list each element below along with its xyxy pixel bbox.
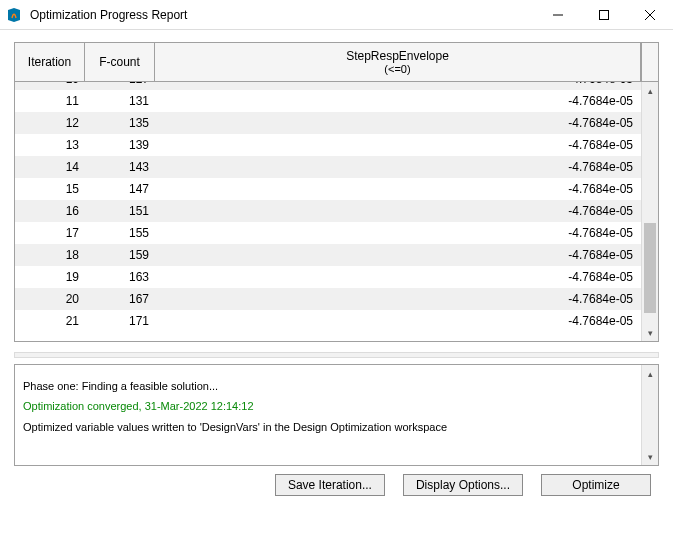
table-row[interactable]: 12135-4.7684e-05 [15, 112, 641, 134]
cell-fcount: 143 [85, 156, 155, 178]
cell-iteration: 21 [15, 310, 85, 332]
scroll-down-icon[interactable]: ▾ [642, 324, 658, 341]
cell-fcount: 163 [85, 266, 155, 288]
cell-iteration: 16 [15, 200, 85, 222]
table-row[interactable]: 19163-4.7684e-05 [15, 266, 641, 288]
cell-envelope: -4.7684e-05 [155, 200, 641, 222]
svg-rect-2 [600, 10, 609, 19]
cell-iteration: 19 [15, 266, 85, 288]
scroll-up-icon[interactable]: ▴ [642, 82, 658, 99]
log-scroll-up-icon[interactable]: ▴ [642, 365, 659, 382]
cell-envelope: -4.7684e-05 [155, 244, 641, 266]
cell-envelope: -4.7684e-05 [155, 288, 641, 310]
log-phase-line: Phase one: Finding a feasible solution..… [23, 379, 633, 393]
log-text[interactable]: Phase one: Finding a feasible solution..… [15, 365, 641, 465]
save-iteration-button[interactable]: Save Iteration... [275, 474, 385, 496]
cell-fcount: 159 [85, 244, 155, 266]
cell-iteration: 15 [15, 178, 85, 200]
table-row[interactable]: 17155-4.7684e-05 [15, 222, 641, 244]
cell-fcount: 167 [85, 288, 155, 310]
cell-fcount: 151 [85, 200, 155, 222]
col-header-envelope-label: StepRespEnvelope [159, 49, 636, 63]
window-title: Optimization Progress Report [30, 8, 535, 22]
table-row[interactable]: 16151-4.7684e-05 [15, 200, 641, 222]
log-vertical-scrollbar[interactable]: ▴ ▾ [641, 365, 658, 465]
col-header-scroll-spacer [641, 43, 658, 81]
cell-envelope: -4.7684e-05 [155, 310, 641, 332]
table-row[interactable]: 15147-4.7684e-05 [15, 178, 641, 200]
log-converged-line: Optimization converged, 31-Mar-2022 12:1… [23, 399, 633, 413]
log-panel: Phase one: Finding a feasible solution..… [14, 364, 659, 466]
cell-fcount: 135 [85, 112, 155, 134]
col-header-fcount[interactable]: F-count [85, 43, 155, 81]
table-body[interactable]: 10127-4.7684e-0511131-4.7684e-0512135-4.… [15, 82, 641, 341]
table-header: Iteration F-count StepRespEnvelope (<=0) [15, 43, 658, 82]
cell-fcount: 147 [85, 178, 155, 200]
log-scroll-down-icon[interactable]: ▾ [642, 448, 659, 465]
cell-envelope: -4.7684e-05 [155, 112, 641, 134]
close-button[interactable] [627, 0, 673, 29]
minimize-button[interactable] [535, 0, 581, 29]
table-row[interactable]: 13139-4.7684e-05 [15, 134, 641, 156]
optimize-button[interactable]: Optimize [541, 474, 651, 496]
button-row: Save Iteration... Display Options... Opt… [6, 470, 667, 502]
col-header-envelope[interactable]: StepRespEnvelope (<=0) [155, 43, 641, 81]
table-row[interactable]: 14143-4.7684e-05 [15, 156, 641, 178]
cell-iteration: 17 [15, 222, 85, 244]
cell-iteration: 12 [15, 112, 85, 134]
cell-fcount: 139 [85, 134, 155, 156]
cell-envelope: -4.7684e-05 [155, 222, 641, 244]
cell-envelope: -4.7684e-05 [155, 178, 641, 200]
cell-iteration: 13 [15, 134, 85, 156]
table-row[interactable]: 18159-4.7684e-05 [15, 244, 641, 266]
table-row[interactable]: 11131-4.7684e-05 [15, 90, 641, 112]
maximize-button[interactable] [581, 0, 627, 29]
cell-envelope: -4.7684e-05 [155, 156, 641, 178]
log-written-line: Optimized variable values written to 'De… [23, 420, 633, 434]
col-header-envelope-sub: (<=0) [159, 63, 636, 75]
cell-fcount: 171 [85, 310, 155, 332]
cell-iteration: 11 [15, 90, 85, 112]
display-options-button[interactable]: Display Options... [403, 474, 523, 496]
cell-envelope: -4.7684e-05 [155, 82, 641, 90]
cell-envelope: -4.7684e-05 [155, 266, 641, 288]
col-header-iteration[interactable]: Iteration [15, 43, 85, 81]
cell-iteration: 14 [15, 156, 85, 178]
cell-iteration: 10 [15, 82, 85, 90]
cell-envelope: -4.7684e-05 [155, 90, 641, 112]
progress-table: Iteration F-count StepRespEnvelope (<=0)… [14, 42, 659, 342]
table-row[interactable]: 20167-4.7684e-05 [15, 288, 641, 310]
table-vertical-scrollbar[interactable]: ▴ ▾ [641, 82, 658, 341]
cell-envelope: -4.7684e-05 [155, 134, 641, 156]
titlebar: Optimization Progress Report [0, 0, 673, 30]
cell-fcount: 127 [85, 82, 155, 90]
cell-iteration: 18 [15, 244, 85, 266]
app-icon [6, 7, 22, 23]
window-controls [535, 0, 673, 29]
cell-fcount: 131 [85, 90, 155, 112]
cell-fcount: 155 [85, 222, 155, 244]
table-row[interactable]: 21171-4.7684e-05 [15, 310, 641, 332]
horizontal-splitter[interactable] [14, 352, 659, 358]
table-row[interactable]: 10127-4.7684e-05 [15, 82, 641, 90]
cell-iteration: 20 [15, 288, 85, 310]
scroll-thumb[interactable] [644, 223, 656, 313]
